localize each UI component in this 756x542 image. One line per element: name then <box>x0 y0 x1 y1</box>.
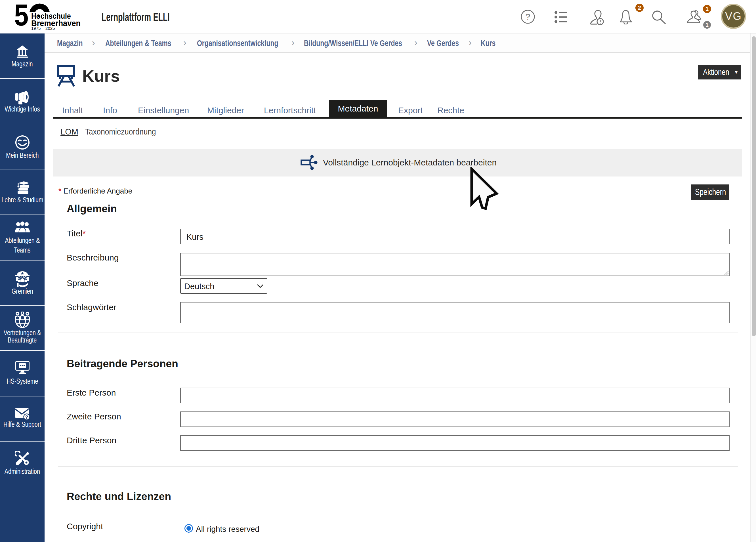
svg-text:?: ? <box>25 415 28 420</box>
svg-text:?: ? <box>526 12 530 21</box>
